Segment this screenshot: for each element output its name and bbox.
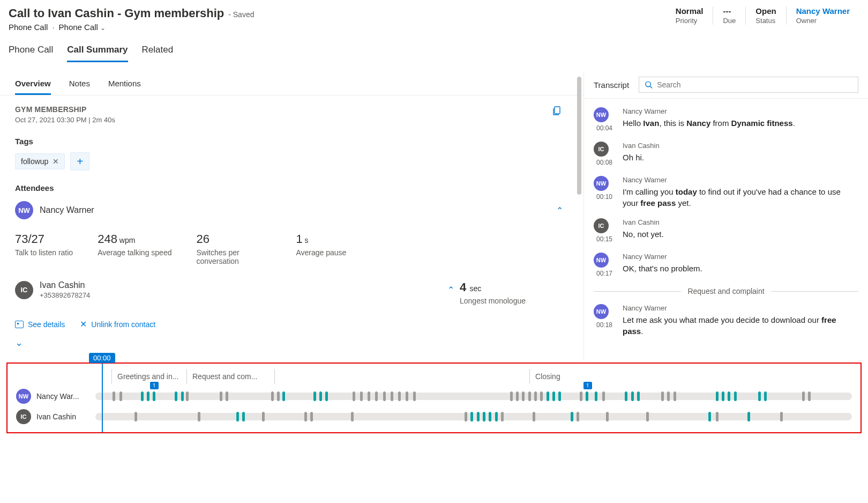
- add-tag-button[interactable]: +: [70, 152, 89, 171]
- inner-tabs: OverviewNotesMentions: [0, 71, 583, 95]
- attendee-phone: +353892678274: [40, 291, 90, 299]
- avatar-ic: IC: [15, 281, 33, 299]
- stat-value: 1 s: [296, 232, 346, 246]
- saved-label: - Saved: [228, 10, 254, 19]
- tick: [510, 391, 513, 401]
- avatar: IC: [594, 218, 609, 233]
- tick: [558, 391, 561, 401]
- tick: [708, 412, 711, 421]
- tick: [153, 391, 155, 401]
- inner-tab-overview[interactable]: Overview: [15, 79, 51, 95]
- attendee-card-1: NW Nancy Warner ⌃ 73/27Talk to listen ra…: [15, 201, 568, 265]
- meta-block[interactable]: OpenStatus: [745, 6, 785, 25]
- transcript-header: Transcript: [584, 71, 868, 99]
- top-tabs: Phone CallCall SummaryRelated: [0, 35, 868, 63]
- attendee-card-2: IC Ivan Cashin +353892678274 ⌃ 4 sec Lon…: [15, 280, 568, 305]
- entry-speaker: Ivan Cashin: [623, 142, 858, 150]
- tick: [522, 391, 525, 401]
- entry-left: NW00:18: [594, 304, 615, 337]
- timeline-track: ICIvan Cashin: [16, 409, 852, 425]
- search-box[interactable]: [639, 77, 858, 93]
- unlink-button[interactable]: ✕ Unlink from contact: [80, 319, 155, 329]
- page-header: Call to Ivan Cashin - Gym membership - S…: [0, 0, 868, 35]
- track-bar[interactable]: 11: [95, 393, 852, 400]
- tick: [764, 391, 767, 401]
- avatar: NW: [594, 176, 609, 191]
- tick: [534, 391, 537, 401]
- transcript-title: Transcript: [594, 80, 629, 90]
- entry-text: Oh hi.: [623, 152, 858, 163]
- entry-left: IC00:08: [594, 142, 615, 166]
- tick: [470, 412, 473, 421]
- attendee-head-1[interactable]: NW Nancy Warner ⌃: [15, 201, 568, 219]
- entry-text: I'm calling you today to find out if you…: [623, 186, 858, 209]
- meta-block[interactable]: ---Due: [713, 6, 745, 25]
- track-label: Ivan Cashin: [36, 412, 90, 421]
- stat-block: 248 wpmAverage talking speed: [98, 232, 171, 265]
- link-row: See details ✕ Unlink from contact: [15, 319, 568, 329]
- timeline-segment[interactable]: Closing: [529, 369, 781, 384]
- stats-row: 73/27Talk to listen ratio248 wpmAverage …: [15, 232, 568, 265]
- transcript-entry[interactable]: NW00:17Nancy WarnerOK, that's no problem…: [594, 253, 858, 277]
- tick: [780, 412, 783, 421]
- transcript-entry[interactable]: NW00:18Nancy WarnerLet me ask you what m…: [594, 304, 858, 337]
- close-icon[interactable]: ✕: [53, 157, 59, 166]
- tab-call-summary[interactable]: Call Summary: [67, 45, 128, 62]
- marker[interactable]: 1: [150, 382, 159, 389]
- tab-phone-call[interactable]: Phone Call: [9, 45, 53, 62]
- meta-block[interactable]: Nancy WarnerOwner: [786, 6, 859, 25]
- transcript-entry[interactable]: IC00:15Ivan CashinNo, not yet.: [594, 218, 858, 243]
- chevron-up-icon[interactable]: ⌃: [556, 205, 563, 216]
- timeline-segment[interactable]: [274, 369, 529, 384]
- segments-row: Greetings and in...Request and com...Clo…: [111, 369, 852, 384]
- stat-label: Talk to listen ratio: [15, 248, 73, 257]
- tick: [141, 391, 144, 401]
- overview-subject: GYM MEMBERSHIP: [15, 105, 568, 114]
- avatar: NW: [16, 389, 31, 404]
- subtitle-dropdown[interactable]: Phone Call ⌄: [59, 23, 106, 32]
- entry-speaker: Nancy Warner: [623, 176, 858, 184]
- tick: [413, 391, 416, 401]
- tab-related[interactable]: Related: [142, 45, 174, 62]
- tick: [501, 412, 504, 421]
- chevron-down-icon: ⌄: [100, 24, 106, 32]
- transcript-entry[interactable]: NW00:04Nancy WarnerHello Ivan, this is N…: [594, 107, 858, 132]
- header-left: Call to Ivan Cashin - Gym membership - S…: [9, 6, 254, 32]
- tick: [734, 391, 737, 401]
- tag-label: followup: [21, 157, 48, 166]
- tick: [353, 391, 355, 401]
- see-details-button[interactable]: See details: [15, 319, 65, 329]
- attendee-head-2[interactable]: IC Ivan Cashin +353892678274 ⌃: [15, 280, 460, 299]
- transcript-entry[interactable]: NW00:10Nancy WarnerI'm calling you today…: [594, 176, 858, 209]
- tick: [181, 391, 184, 401]
- marker[interactable]: 1: [583, 382, 592, 389]
- meta-label: Status: [755, 17, 776, 25]
- copy-icon[interactable]: [551, 105, 562, 118]
- inner-tab-notes[interactable]: Notes: [69, 79, 90, 95]
- meta-block[interactable]: NormalPriority: [666, 6, 713, 25]
- timeline-segment[interactable]: Request and com...: [186, 369, 274, 384]
- playhead[interactable]: 00:00: [102, 364, 103, 432]
- meta-value: ---: [723, 6, 736, 16]
- tick: [595, 391, 597, 401]
- entry-speaker: Nancy Warner: [623, 107, 858, 115]
- timeline-segment[interactable]: Greetings and in...: [111, 369, 186, 384]
- chevron-down-icon[interactable]: ⌄: [15, 337, 568, 349]
- transcript-entry[interactable]: IC00:08Ivan CashinOh hi.: [594, 142, 858, 166]
- meta-label: Priority: [676, 17, 704, 25]
- stat-label: Switches per conversation: [196, 248, 271, 265]
- tag-chip[interactable]: followup✕: [15, 153, 65, 169]
- chevron-up-icon-2[interactable]: ⌃: [447, 285, 454, 295]
- meta-label: Due: [723, 17, 736, 25]
- entry-left: NW00:10: [594, 176, 615, 209]
- inner-tab-mentions[interactable]: Mentions: [108, 79, 141, 95]
- search-input[interactable]: [657, 80, 852, 89]
- tags-title: Tags: [15, 137, 568, 146]
- tick: [282, 391, 285, 401]
- page-title: Call to Ivan Cashin - Gym membership: [9, 6, 224, 20]
- tick: [646, 412, 649, 421]
- stat-block: 1 sAverage pause: [296, 232, 346, 265]
- track-bar[interactable]: [95, 413, 852, 420]
- tick: [262, 412, 265, 421]
- longest-value: 4 sec: [460, 280, 526, 294]
